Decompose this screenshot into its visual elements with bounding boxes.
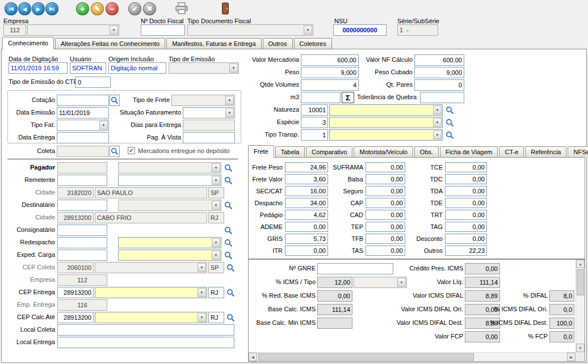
cep-entrega-search-button[interactable] — [225, 287, 236, 298]
situacao-faturamento-select[interactable]: Faturado ▼ — [183, 107, 235, 118]
frete-field[interactable]: 0,00 — [366, 162, 405, 172]
cep-entrega-uf-field[interactable]: RJ — [208, 287, 224, 298]
gnre-field[interactable] — [317, 263, 393, 274]
local-coleta-field[interactable] — [57, 324, 234, 336]
frete-field[interactable]: 0,00 — [366, 186, 405, 196]
mercadoria-entregue-checkbox[interactable]: ✔ Mercadoria entregue no depósito — [128, 147, 229, 154]
frete-field[interactable]: 0,00 — [445, 174, 487, 184]
docto-fiscal-field[interactable] — [141, 24, 185, 36]
cotacao-field[interactable] — [57, 95, 109, 106]
previous-record-button[interactable]: ◀ — [18, 2, 31, 15]
frete-field[interactable]: 0,00 — [366, 246, 405, 256]
frete-field[interactable]: 0,00 — [445, 198, 487, 208]
scroll-right-icon[interactable]: ▶ — [567, 353, 576, 361]
frete-field[interactable]: 0,00 — [366, 234, 405, 244]
frete-field[interactable]: 4,62 — [285, 210, 328, 220]
frete-field[interactable]: 0,00 — [366, 198, 405, 208]
edit-record-button[interactable]: ✎ — [91, 2, 104, 15]
first-record-button[interactable]: |◀ — [5, 2, 18, 15]
frete-field[interactable]: 0,00 — [445, 162, 487, 172]
frete-field[interactable]: 0,00 — [445, 186, 487, 196]
tab-manifestos[interactable]: Manifestos, Faturas e Entrega — [166, 38, 261, 49]
redespacho-search-button[interactable] — [223, 237, 233, 248]
frete-field[interactable]: 0,00 — [285, 246, 328, 256]
subtab-ficha-viagem[interactable]: Ficha de Viagem — [440, 146, 498, 157]
subtab-motorista-veiculo[interactable]: Motorista/Veículo — [354, 146, 413, 157]
nsu-field[interactable]: 0000000000 — [333, 24, 387, 36]
especie-search-button[interactable] — [444, 117, 455, 128]
tipo-transp-codigo-field[interactable]: 1 — [301, 129, 328, 141]
natureza-codigo-field[interactable]: 10001 — [301, 104, 328, 116]
frete-field[interactable]: 5,73 — [285, 234, 328, 244]
destinatario-codigo-field[interactable] — [57, 200, 107, 211]
especie-codigo-field[interactable]: 3 — [301, 117, 328, 128]
tipo-transp-search-button[interactable] — [444, 129, 455, 141]
exped-carga-codigo-field[interactable] — [57, 249, 107, 261]
peso-field[interactable]: 9,000 — [301, 67, 359, 78]
cancel-button[interactable]: ✖ — [143, 2, 156, 15]
remetente-search-button[interactable] — [223, 175, 233, 186]
frete-field[interactable]: 24,96 — [285, 162, 328, 172]
scroll-up-icon[interactable]: ▲ — [576, 260, 585, 268]
last-record-button[interactable]: ▶| — [45, 2, 58, 15]
confirm-button[interactable]: ✔ — [128, 2, 141, 15]
cep-calc-cidade-select[interactable]: CABO FRIO ▼ — [95, 312, 207, 323]
pagador-search-button[interactable] — [223, 162, 233, 173]
qt-pares-field[interactable]: 0 — [414, 79, 464, 91]
natureza-select[interactable]: Equipamentos hospitalares ▼ — [329, 104, 443, 116]
frete-field[interactable]: 0,00 — [366, 210, 405, 220]
scroll-down-icon[interactable]: ▼ — [576, 344, 585, 352]
delete-record-button[interactable]: − — [106, 2, 119, 15]
tolerancia-field[interactable] — [420, 92, 464, 103]
tab-conhecimento[interactable]: Conhecimento — [2, 37, 54, 49]
subtab-comparativo[interactable]: Comparativo — [306, 146, 352, 157]
tab-coletores[interactable]: Coletores — [294, 38, 332, 49]
frete-field[interactable]: 0,00 — [445, 222, 487, 232]
frete-field[interactable]: 0,00 — [285, 222, 328, 232]
tab-alteracoes[interactable]: Alterações Feitas no Conhecimento — [55, 38, 165, 49]
vertical-scrollbar[interactable]: ▲ ▼ — [576, 260, 585, 352]
frete-field[interactable]: 0,00 — [366, 222, 405, 232]
sum-button[interactable]: Σ — [342, 92, 354, 103]
horizontal-scrollbar[interactable]: ◀ ▶ — [249, 352, 576, 361]
frete-field[interactable]: 3,60 — [285, 174, 328, 184]
frete-field[interactable]: 0,00 — [445, 234, 487, 244]
local-entrega-field[interactable] — [57, 337, 234, 348]
subtab-tabela[interactable]: Tabela — [275, 146, 305, 157]
cep-entrega-codigo-field[interactable]: 28913200 — [57, 287, 94, 298]
consignatario-codigo-field[interactable] — [57, 225, 107, 236]
m3-field[interactable] — [301, 92, 341, 103]
especie-select[interactable]: CAIXA DE PAPELAO ▼ — [329, 117, 443, 128]
data-entrega-field[interactable] — [57, 132, 109, 143]
exped-carga-search-button[interactable] — [223, 249, 233, 261]
tipo-emissao-cte-field[interactable]: 0 — [75, 77, 111, 88]
frete-field[interactable]: 16,00 — [285, 186, 328, 196]
cep-entrega-cidade-select[interactable]: CABO FRIO ▼ — [95, 287, 207, 298]
peso-cubado-field[interactable]: 9,000 — [414, 67, 464, 78]
tipo-transp-select[interactable]: Carga Fracionada Cheia ▼ — [329, 129, 443, 141]
qtde-volumes-field[interactable]: 4 — [301, 79, 359, 91]
redespacho-codigo-field[interactable] — [57, 237, 107, 248]
destinatario-search-button[interactable] — [223, 200, 233, 211]
cep-calc-codigo-field[interactable]: 28913200 — [57, 312, 94, 323]
pag-avista-field[interactable] — [183, 132, 235, 143]
frete-field[interactable]: 34,00 — [285, 198, 328, 208]
subtab-cte[interactable]: CT-e — [499, 146, 524, 157]
valor-nf-field[interactable]: 600,00 — [414, 54, 464, 66]
next-record-button[interactable]: ▶ — [32, 2, 45, 15]
exped-carga-select[interactable]: ▼ — [118, 249, 221, 261]
frete-field[interactable]: 0,00 — [366, 174, 405, 184]
print-button[interactable] — [174, 2, 190, 15]
natureza-search-button[interactable] — [444, 104, 455, 116]
cep-coleta-search-button[interactable] — [225, 262, 236, 273]
vertical-scrollbar-thumb[interactable] — [577, 269, 584, 295]
add-record-button[interactable]: + — [76, 2, 89, 15]
remetente-codigo-field[interactable] — [57, 175, 107, 186]
remetente-select[interactable]: ▼ — [118, 175, 221, 186]
frete-field[interactable]: 22,23 — [445, 246, 487, 256]
cotacao-search-button[interactable] — [110, 95, 120, 106]
subtab-frete[interactable]: Frete — [248, 145, 274, 158]
redespacho-select[interactable]: ▼ — [118, 237, 221, 248]
consignatario-search-button[interactable] — [223, 225, 233, 236]
exit-button[interactable] — [220, 2, 230, 15]
